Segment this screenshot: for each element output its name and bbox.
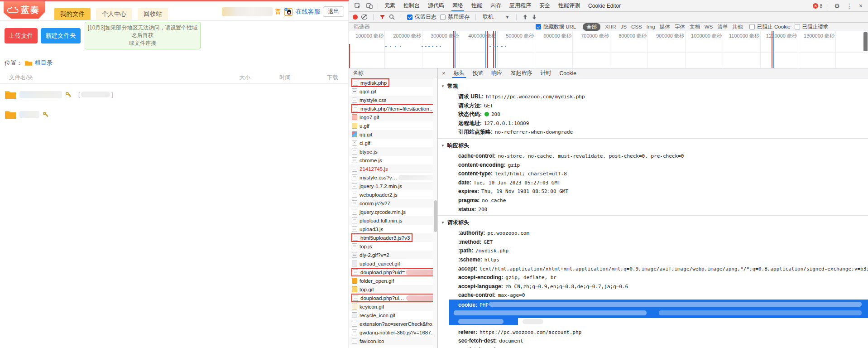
devtools-tab[interactable]: Cookie Editor <box>584 0 625 11</box>
upload-file-button[interactable]: 上传文件 <box>5 28 38 44</box>
close-devtools-icon[interactable]: × <box>856 2 865 10</box>
network-request-row[interactable]: doupload.php?uid=1 <box>349 294 437 302</box>
scrollbar-thumb[interactable] <box>863 32 868 51</box>
details-tab[interactable]: 标头 <box>450 68 469 78</box>
filter-pill[interactable]: 全部 <box>583 23 600 31</box>
record-network-log-button[interactable] <box>353 14 358 19</box>
more-menu-icon[interactable]: ⋮ <box>844 2 855 10</box>
blocked-cookies-checkbox[interactable]: 已阻止 Cookie <box>749 24 791 30</box>
column-name[interactable]: 文件名/夹 <box>9 74 33 82</box>
root-directory-link[interactable]: 根目录 <box>35 59 53 67</box>
network-request-row[interactable]: favicon.ico <box>349 337 437 345</box>
network-request-row[interactable]: qq.gif <box>349 130 437 139</box>
search-icon[interactable] <box>389 14 395 20</box>
network-request-row[interactable]: recycle_icon.gif <box>349 311 437 319</box>
inspect-element-icon[interactable] <box>352 3 364 9</box>
throttling-select[interactable]: 联机 ▼ <box>482 13 510 21</box>
network-request-row[interactable]: plupload.full.min.js <box>349 216 437 225</box>
devtools-tab[interactable]: 性能 <box>467 0 486 11</box>
network-request-row[interactable]: comm.js?v27 <box>349 199 437 208</box>
console-error-badge[interactable]: ×8 <box>810 3 825 9</box>
blocked-requests-checkbox[interactable]: 已阻止请求 <box>795 24 829 30</box>
settings-gear-icon[interactable]: ⚙ <box>831 2 843 10</box>
section-general-title[interactable]: ▼常规 <box>438 79 868 92</box>
preserve-log-checkbox[interactable]: 保留日志 <box>407 13 436 21</box>
nav-tab[interactable]: 回收站 <box>138 8 168 20</box>
details-tab[interactable]: 预览 <box>469 68 488 78</box>
logout-button[interactable]: 退出 <box>323 6 344 17</box>
filter-pill[interactable]: Img <box>647 24 655 29</box>
online-service-link[interactable]: 在线客服 <box>296 8 320 16</box>
qq-service-icon[interactable] <box>284 7 293 16</box>
filter-pill[interactable]: XHR <box>605 24 616 29</box>
network-request-row[interactable]: keyicon.gif <box>349 302 437 311</box>
filter-pill[interactable]: 其他 <box>732 24 743 30</box>
folder-row-2[interactable] <box>5 110 49 119</box>
network-request-row[interactable]: logo7.gif <box>349 113 437 121</box>
devtools-tab[interactable]: 性能评测 <box>554 0 584 11</box>
filter-pill[interactable]: JS <box>620 24 626 29</box>
network-request-row[interactable]: gwdang-notifier-360.js?v=168754... <box>349 328 437 337</box>
scrollbar-thumb[interactable] <box>434 200 437 232</box>
network-request-row[interactable]: doupload.php?uid= <box>349 268 437 276</box>
hide-data-urls-checkbox[interactable]: 隐藏数据 URL <box>536 24 576 30</box>
cookie-header-selected[interactable]: cookie:PHP <box>449 300 868 325</box>
network-request-row[interactable]: btype.js <box>349 147 437 156</box>
network-request-row[interactable]: mydisk.php?item=files&action=in... <box>349 104 437 113</box>
network-request-row[interactable]: u.gif <box>349 121 437 130</box>
clear-network-log-icon[interactable] <box>361 14 367 20</box>
network-request-row[interactable]: qqol.gif <box>349 87 437 96</box>
request-list-scrollbar[interactable] <box>433 78 437 348</box>
network-request-row[interactable]: mydisk.php <box>349 78 437 87</box>
section-response-headers-title[interactable]: ▼响应标头 <box>438 139 868 151</box>
network-request-row[interactable]: chrome.js <box>349 156 437 164</box>
network-request-row[interactable]: top.js <box>349 242 437 251</box>
details-tab[interactable]: Cookie <box>556 68 580 78</box>
column-size[interactable]: 大小 <box>239 74 250 82</box>
filter-pill[interactable]: WS <box>705 24 713 29</box>
column-time[interactable]: 时间 <box>279 74 291 82</box>
network-request-row[interactable]: mystyle.css <box>349 96 437 104</box>
close-details-icon[interactable]: × <box>438 70 450 77</box>
network-request-row[interactable]: top.gif <box>349 285 437 294</box>
devtools-tab[interactable]: 控制台 <box>399 0 424 11</box>
disable-cache-checkbox[interactable]: 禁用缓存 <box>440 13 470 21</box>
details-tab[interactable]: 计时 <box>537 68 556 78</box>
network-request-row[interactable]: mystyle.css?v=2 <box>349 173 437 182</box>
details-tab[interactable]: 发起程序 <box>507 68 537 78</box>
network-request-row[interactable]: html5uploader3.js?v3 <box>349 233 437 242</box>
new-folder-button[interactable]: 新建文件夹 <box>41 28 81 44</box>
filter-pill[interactable]: CSS <box>631 24 642 29</box>
network-request-row[interactable]: upload_cancel.gif <box>349 259 437 268</box>
devtools-tab[interactable]: 网络 <box>448 0 467 11</box>
details-tab[interactable]: 响应 <box>488 68 507 78</box>
network-request-row[interactable]: webuploader2.js <box>349 190 437 199</box>
devtools-tab[interactable]: 应用程序 <box>505 0 535 11</box>
network-request-row[interactable]: cl.gif <box>349 139 437 147</box>
network-request-row[interactable]: folder_open.gif <box>349 276 437 285</box>
column-download[interactable]: 下载 <box>327 74 338 82</box>
devtools-tab[interactable]: 安全 <box>535 0 554 11</box>
nav-tab[interactable]: 个人中心 <box>96 8 132 20</box>
folder-row-1[interactable]: [] <box>5 90 113 99</box>
filter-pill[interactable]: 媒体 <box>660 24 670 30</box>
filter-pill[interactable]: 文档 <box>690 24 700 30</box>
network-request-row[interactable]: extension?ac=serverCheck&from_... <box>349 319 437 328</box>
devtools-tab[interactable]: 内存 <box>486 0 505 11</box>
network-request-row[interactable]: jquery.qrcode.min.js <box>349 208 437 216</box>
devtools-tab[interactable]: 元素 <box>380 0 399 11</box>
devtools-tab[interactable]: 源代码 <box>424 0 448 11</box>
export-har-icon[interactable] <box>532 14 537 20</box>
filter-pill[interactable]: 字体 <box>675 24 685 30</box>
network-filter-input[interactable] <box>353 23 422 30</box>
import-har-icon[interactable] <box>523 14 528 20</box>
nav-tab[interactable]: 我的文件 <box>54 8 91 20</box>
network-timeline-overview[interactable]: 100000 毫秒200000 毫秒300000 毫秒400000 毫秒5000… <box>349 31 868 68</box>
section-request-headers-title[interactable]: ▼请求标头 <box>438 216 868 228</box>
network-request-row[interactable]: jquery-1.7.2.min.js <box>349 182 437 190</box>
network-request-row[interactable]: 21412745.js <box>349 164 437 173</box>
lanzou-logo[interactable]: 蓝奏 <box>4 1 45 19</box>
filter-pill[interactable]: 清单 <box>717 24 728 30</box>
filter-funnel-icon[interactable] <box>379 14 385 20</box>
device-toolbar-icon[interactable] <box>364 3 375 9</box>
